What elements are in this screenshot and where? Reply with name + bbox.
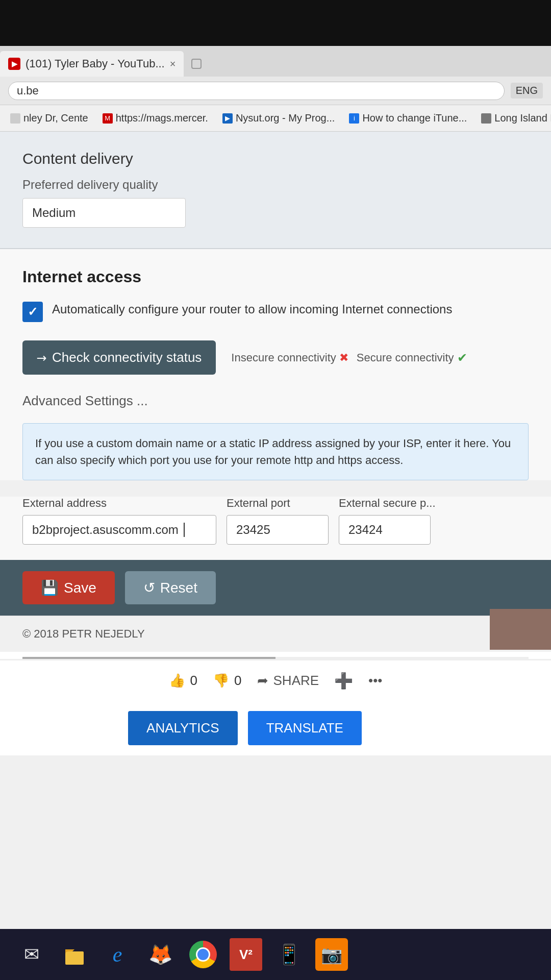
taskbar-email-icon[interactable]: ✉ [15, 938, 48, 971]
youtube-progress-bar [22, 657, 529, 659]
external-address-label: External address [22, 497, 216, 510]
external-secure-port-label: External secure p... [339, 497, 436, 510]
address-bar: u.be ENG [0, 77, 551, 105]
bookmark-favicon-4: i [349, 113, 359, 124]
youtube-action-buttons: ANALYTICS TRANSLATE [0, 701, 490, 755]
bookmark-label-2: https://mags.mercer. [116, 112, 208, 124]
reset-label: Reset [160, 580, 197, 596]
bookmark-2[interactable]: M https://mags.mercer. [96, 110, 214, 126]
copyright-text: © 2018 PETR NEJEDLY [22, 627, 145, 640]
insecure-label: Insecure connectivity [231, 351, 336, 364]
dislike-button[interactable]: 👎 0 [213, 673, 241, 689]
external-secure-port-group: External secure p... 23424 [339, 497, 436, 545]
external-address-group: External address b2bproject.asuscomm.com [22, 497, 216, 545]
youtube-progress-fill [22, 657, 276, 659]
bookmark-4[interactable]: i How to change iTune... [343, 110, 473, 126]
external-address-input[interactable]: b2bproject.asuscomm.com [22, 515, 216, 545]
taskbar-camera-icon[interactable]: 📷 [315, 938, 348, 971]
more-icon: ••• [368, 673, 382, 688]
svg-rect-0 [192, 59, 201, 68]
analytics-button[interactable]: ANALYTICS [128, 711, 238, 745]
secure-check-icon: ✔ [457, 351, 467, 365]
external-fields-section: External address b2bproject.asuscomm.com… [0, 497, 551, 560]
bookmarks-bar: nley Dr, Cente M https://mags.mercer. ▶ … [0, 105, 551, 132]
browser-window: ▶ (101) Tyler Baby - YouTub... × u.be EN… [0, 0, 551, 980]
check-connectivity-button[interactable]: ↗ Check connectivity status [22, 340, 216, 375]
auto-configure-row: Automatically configure your router to a… [22, 301, 529, 322]
language-badge: ENG [511, 83, 543, 99]
secure-label: Secure connectivity [357, 351, 454, 364]
share-icon: ➦ [257, 673, 268, 689]
external-fields-row: External address b2bproject.asuscomm.com… [22, 497, 529, 545]
url-field[interactable]: u.be [8, 82, 505, 100]
bookmark-favicon-1 [10, 113, 20, 124]
secure-status: Secure connectivity ✔ [357, 351, 467, 365]
delivery-quality-input[interactable]: Medium [22, 198, 186, 228]
content-delivery-title: Content delivery [22, 150, 529, 167]
bookmark-label-4: How to change iTune... [362, 112, 467, 124]
youtube-section: 👍 0 👎 0 ➦ SHARE ➕ ••• [0, 652, 551, 755]
dislike-count: 0 [234, 673, 241, 689]
top-black-bar [0, 0, 551, 46]
internet-access-section: Internet access Automatically configure … [0, 249, 551, 480]
tab-close-button[interactable]: × [170, 58, 176, 70]
auto-configure-label: Automatically configure your router to a… [52, 301, 452, 318]
content-delivery-section: Content delivery Preferred delivery qual… [0, 132, 551, 249]
save-label: Save [64, 580, 96, 596]
share-button[interactable]: ➦ SHARE [257, 673, 319, 689]
connectivity-row: ↗ Check connectivity status Insecure con… [22, 340, 529, 375]
connectivity-status: Insecure connectivity ✖ Secure connectiv… [231, 351, 467, 365]
reset-button[interactable]: ↺ Reset [125, 571, 216, 604]
external-port-input[interactable]: 23425 [227, 515, 329, 545]
taskbar-firefox-icon[interactable]: 🦊 [144, 938, 177, 971]
insecure-x-icon: ✖ [339, 351, 348, 364]
bookmark-5[interactable]: Long Island NY Ga... [475, 110, 551, 126]
check-connectivity-label: Check connectivity status [52, 350, 202, 365]
like-count: 0 [190, 673, 197, 689]
bookmark-3[interactable]: ▶ Nysut.org - My Prog... [216, 110, 341, 126]
tab-title: (101) Tyler Baby - YouTub... [26, 57, 165, 70]
bookmark-favicon-2: M [103, 113, 113, 124]
like-icon: 👍 [169, 673, 185, 689]
info-box: If you use a custom domain name or a sta… [22, 423, 529, 480]
external-secure-port-input[interactable]: 23424 [339, 515, 431, 545]
check-connectivity-icon: ↗ [33, 349, 51, 366]
active-tab[interactable]: ▶ (101) Tyler Baby - YouTub... × [0, 51, 184, 77]
share-label: SHARE [273, 673, 319, 689]
internet-access-title: Internet access [22, 267, 529, 286]
add-icon: ➕ [334, 672, 353, 689]
delivery-quality-label: Preferred delivery quality [22, 178, 529, 192]
save-icon: 💾 [41, 579, 59, 596]
external-port-label: External port [227, 497, 329, 510]
reset-icon: ↺ [143, 579, 155, 596]
advanced-settings-link[interactable]: Advanced Settings ... [22, 393, 529, 409]
tab-bar: ▶ (101) Tyler Baby - YouTub... × [0, 46, 551, 77]
bookmark-label-5: Long Island NY Ga... [494, 112, 551, 124]
page-content: Content delivery Preferred delivery qual… [0, 132, 551, 980]
auto-configure-checkbox[interactable] [22, 302, 43, 322]
taskbar: ✉ e 🦊 V² 📱 📷 [0, 929, 551, 980]
copyright-bar: © 2018 PETR NEJEDLY [0, 616, 551, 652]
tab-favicon: ▶ [8, 58, 20, 70]
translate-button[interactable]: TRANSLATE [248, 711, 362, 745]
dislike-icon: 👎 [213, 673, 229, 689]
svg-rect-1 [65, 951, 84, 965]
text-cursor [184, 523, 185, 537]
external-port-group: External port 23425 [227, 497, 329, 545]
taskbar-phone-icon[interactable]: 📱 [272, 938, 305, 971]
add-to-playlist-button[interactable]: ➕ [334, 672, 353, 690]
taskbar-files-icon[interactable] [58, 938, 91, 971]
new-tab-button[interactable] [184, 51, 209, 77]
bookmark-label-3: Nysut.org - My Prog... [236, 112, 335, 124]
taskbar-ie-icon[interactable]: e [101, 938, 134, 971]
taskbar-kbd-icon[interactable]: V² [230, 938, 262, 971]
bookmark-1[interactable]: nley Dr, Cente [4, 110, 94, 126]
save-button[interactable]: 💾 Save [22, 571, 115, 604]
more-options-button[interactable]: ••• [368, 673, 382, 689]
taskbar-chrome-icon[interactable] [187, 938, 219, 971]
footer-buttons: 💾 Save ↺ Reset [0, 560, 551, 616]
bookmark-favicon-5 [481, 113, 491, 124]
bookmark-favicon-3: ▶ [222, 113, 233, 124]
like-button[interactable]: 👍 0 [169, 673, 197, 689]
youtube-thumbnail [490, 609, 551, 650]
